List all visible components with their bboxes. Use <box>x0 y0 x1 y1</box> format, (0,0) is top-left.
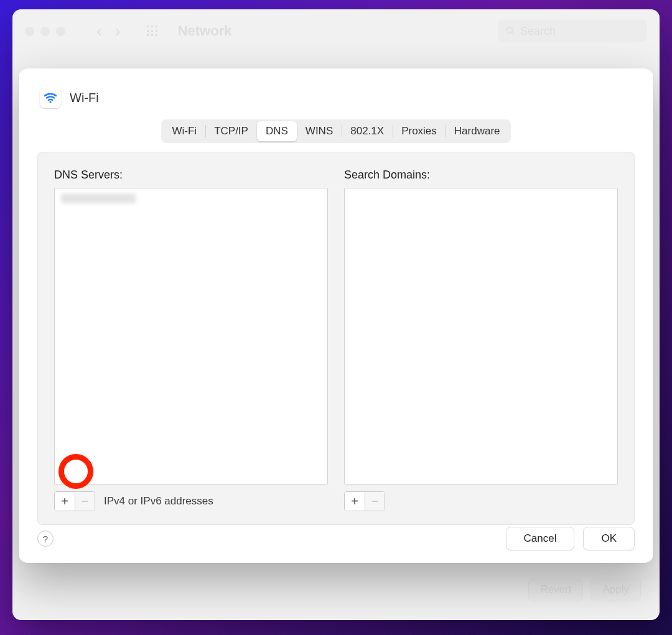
search-domains-listbox[interactable] <box>344 188 618 484</box>
sheet-header: Wi-Fi <box>37 87 635 108</box>
search-domains-remove-button[interactable]: − <box>365 492 385 511</box>
wifi-icon <box>40 87 61 108</box>
sheet-footer: ? Cancel OK <box>37 527 635 550</box>
interface-name: Wi-Fi <box>70 91 99 105</box>
cancel-button[interactable]: Cancel <box>506 527 575 550</box>
dns-servers-pm-group: + − <box>54 491 95 511</box>
tab-wins[interactable]: WINS <box>297 121 342 141</box>
tab-dns[interactable]: DNS <box>257 121 297 141</box>
dns-server-entry-redacted <box>61 193 136 203</box>
dns-panel: DNS Servers: + − IPv4 or IPv6 addresses … <box>37 152 635 525</box>
search-domains-pm-group: + − <box>344 491 385 511</box>
dns-servers-remove-button[interactable]: − <box>75 492 95 511</box>
help-button[interactable]: ? <box>37 531 54 547</box>
ok-button[interactable]: OK <box>583 527 635 550</box>
search-domains-column: Search Domains: + − <box>344 169 618 512</box>
dns-servers-column: DNS Servers: + − IPv4 or IPv6 addresses <box>54 169 328 512</box>
tab-tcpip[interactable]: TCP/IP <box>205 121 257 141</box>
network-advanced-sheet: Wi-Fi Wi-Fi TCP/IP DNS WINS 802.1X Proxi… <box>19 68 653 563</box>
search-domains-label: Search Domains: <box>344 169 618 182</box>
dns-servers-label: DNS Servers: <box>54 169 328 182</box>
tab-proxies[interactable]: Proxies <box>393 121 446 141</box>
dns-servers-add-button[interactable]: + <box>55 492 75 511</box>
dns-servers-listbox[interactable] <box>54 188 328 484</box>
tab-8021x[interactable]: 802.1X <box>342 121 393 141</box>
tab-hardware[interactable]: Hardware <box>446 121 509 141</box>
search-domains-controls: + − <box>344 491 618 512</box>
dns-servers-controls: + − IPv4 or IPv6 addresses <box>54 491 328 512</box>
tab-wifi[interactable]: Wi-Fi <box>163 121 205 141</box>
dns-servers-hint: IPv4 or IPv6 addresses <box>104 495 213 508</box>
svg-point-0 <box>49 101 51 103</box>
search-domains-add-button[interactable]: + <box>345 492 365 511</box>
tab-bar: Wi-Fi TCP/IP DNS WINS 802.1X Proxies Har… <box>161 119 510 143</box>
